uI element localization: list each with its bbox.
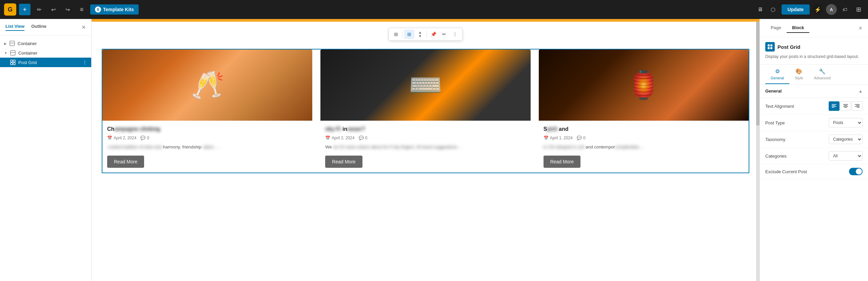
svg-rect-7 — [13, 63, 15, 65]
tab-list-view[interactable]: List View — [5, 24, 24, 31]
monitor-icon[interactable]: 🖥 — [754, 4, 766, 15]
tab-outline[interactable]: Outline — [31, 24, 46, 31]
update-button[interactable]: Update — [782, 4, 810, 15]
toolbar-up-btn[interactable]: ▲ ▼ — [415, 29, 425, 39]
post-comments-2: 💬 0 — [359, 136, 368, 140]
comment-icon-2: 💬 — [359, 136, 364, 140]
post-excerpt-blurred-2c: travel suggestions ... — [422, 144, 462, 149]
post-title-3: Spirit and — [544, 125, 744, 133]
list-view-button[interactable]: ≡ — [76, 4, 87, 15]
topbar-left: G + ✏ ↩ ↪ ≡ $ Template Kits — [4, 3, 139, 16]
settings-tab-style[interactable]: 🎨 Style — [789, 65, 808, 84]
general-section-title: General — [765, 88, 782, 94]
svg-rect-2 — [11, 51, 15, 55]
calendar-icon-2: 📅 — [325, 136, 330, 140]
tree-item-post-grid[interactable]: Post Grid ⋮ — [0, 58, 91, 67]
undo-button[interactable]: ↩ — [47, 4, 59, 15]
post-title-blurred-2b: neser? — [347, 126, 365, 132]
container-icon-2 — [9, 50, 16, 56]
block-grid-icon — [765, 42, 775, 52]
chevron-icon-2: ▼ — [4, 51, 7, 55]
settings-tab-advanced[interactable]: 🔧 Advanced — [809, 65, 836, 84]
tab-block[interactable]: Block — [787, 23, 809, 33]
container-icon-1 — [9, 41, 16, 46]
right-panel-close[interactable]: ✕ — [859, 25, 863, 31]
toolbar-grid-btn[interactable]: ⊞ — [391, 29, 401, 39]
general-tab-label: General — [771, 76, 784, 80]
post-date-3: 📅 April 1, 2024 — [544, 136, 573, 140]
calendar-icon-3: 📅 — [544, 136, 549, 140]
orange-bar — [92, 19, 760, 22]
align-left-btn[interactable] — [829, 101, 840, 111]
settings-tab-general[interactable]: ⚙ General — [765, 65, 789, 84]
read-more-btn-3[interactable]: Read More — [544, 156, 580, 168]
post-title-1: Champagne clinking — [107, 125, 308, 133]
post-card-2: nky Fi inneser? 📅 April 2, 2024 — [320, 49, 530, 173]
toolbar-more-btn[interactable]: ⋮ — [450, 29, 460, 39]
right-panel: Page Block ✕ Post Grid Display your post… — [760, 19, 868, 281]
post-excerpt-blurred-3: in Chi steeped in cult — [544, 144, 585, 149]
spark-icon-btn[interactable]: ⚡ — [812, 4, 823, 15]
tree-item-container-2[interactable]: ▼ Container — [0, 48, 91, 58]
more-options-icon[interactable]: ⋮ — [82, 60, 87, 65]
post-excerpt-blurred-3b: complexities ... — [615, 144, 644, 149]
canvas-scrollbar[interactable] — [756, 22, 760, 281]
taxonomy-select[interactable]: Categories — [829, 135, 863, 144]
tree-item-container-1[interactable]: ▶ Container — [0, 39, 91, 48]
post-card-3: Spirit and 📅 April 1, 2024 💬 — [539, 49, 749, 173]
toolbar-columns-btn[interactable]: ⊞ — [404, 29, 414, 39]
tree-label-container-2: Container — [18, 51, 37, 56]
redo-button[interactable]: ↪ — [62, 4, 73, 15]
categories-select[interactable]: All — [829, 151, 863, 161]
external-link-icon[interactable]: ⬡ — [767, 4, 779, 15]
post-type-select[interactable]: Posts — [829, 118, 863, 127]
left-panel-tabs: List View Outline — [5, 24, 46, 31]
post-date-1: 📅 April 2, 2024 — [107, 136, 136, 140]
post-comments-3: 💬 0 — [577, 136, 586, 140]
post-meta-1: 📅 April 2, 2024 💬 0 — [107, 136, 308, 140]
topbar-right: 🖥 ⬡ Update ⚡ A 🏷 ⊞ — [754, 4, 864, 15]
post-type-label: Post Type — [765, 120, 785, 125]
left-panel-close[interactable]: ✕ — [81, 24, 86, 31]
logo-button[interactable]: G — [4, 3, 16, 16]
post-date-2: 📅 April 2, 2024 — [325, 136, 354, 140]
post-card-1: Champagne clinking 📅 April 2, 2024 💬 — [102, 49, 312, 173]
read-more-btn-2[interactable]: Read More — [325, 156, 362, 168]
tree-items: ▶ Container ▼ Container — [0, 36, 91, 70]
left-panel: List View Outline ✕ ▶ Container ▼ — [0, 19, 92, 281]
toolbar-divider-1 — [402, 31, 403, 38]
read-more-btn-1[interactable]: Read More — [107, 156, 144, 168]
template-kits-button[interactable]: $ Template Kits — [90, 4, 139, 15]
exclude-current-toggle[interactable] — [849, 168, 863, 175]
tab-page[interactable]: Page — [765, 23, 787, 33]
add-button[interactable]: + — [19, 4, 31, 15]
toolbar-edit-btn[interactable]: ✏ — [439, 29, 449, 39]
block-description: Display your posts in a structured grid-… — [765, 54, 863, 60]
edit-button[interactable]: ✏ — [33, 4, 45, 15]
post-image-champagne — [102, 49, 312, 121]
align-right-btn[interactable] — [852, 101, 863, 111]
post-excerpt-3: in Chi steeped in cult and contemporcomp… — [544, 144, 744, 151]
post-title-blurred-3: pirit — [547, 126, 557, 132]
chevron-icon-1: ▶ — [4, 42, 7, 45]
badge-icon-btn[interactable]: 🏷 — [840, 4, 850, 15]
post-card-body-2: nky Fi inneser? 📅 April 2, 2024 — [320, 121, 530, 173]
topbar-icons: 🖥 ⬡ — [754, 4, 779, 15]
advanced-tab-label: Advanced — [814, 76, 831, 80]
taxonomy-label: Taxonomy — [765, 137, 785, 142]
comment-icon-3: 💬 — [577, 136, 582, 140]
general-tab-icon: ⚙ — [775, 68, 780, 75]
taxonomy-row: Taxonomy Categories — [760, 131, 868, 148]
toolbar-pin-btn[interactable]: 📌 — [428, 29, 438, 39]
left-panel-header: List View Outline ✕ — [0, 19, 91, 36]
user-avatar-btn[interactable]: A — [826, 4, 837, 15]
post-excerpt-blurred-1: -rooted tradition of wine and — [107, 144, 162, 149]
post-title-blurred-1: ampagne clinking — [114, 126, 160, 132]
align-center-btn[interactable] — [840, 101, 851, 111]
general-section-header[interactable]: General ▲ — [760, 84, 868, 98]
canvas-wrapper: ⊞ ⊞ ▲ ▼ 📌 ✏ ⋮ — [92, 22, 760, 281]
grid-icon-btn[interactable]: ⊞ — [853, 4, 864, 15]
svg-rect-11 — [770, 47, 772, 49]
svg-rect-10 — [768, 47, 770, 49]
right-panel-header: Page Block ✕ — [760, 19, 868, 37]
